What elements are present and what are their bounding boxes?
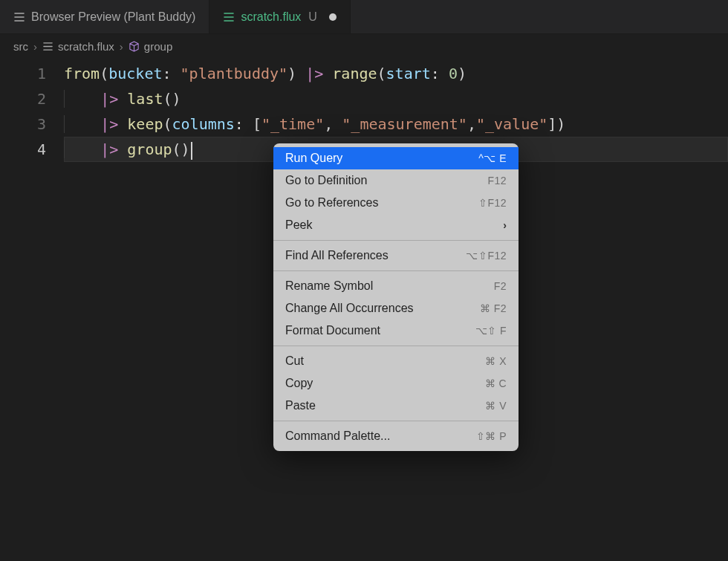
menu-shortcut: ⌥⇧ F bbox=[475, 325, 507, 337]
menu-item-rename-symbol[interactable]: Rename Symbol F2 bbox=[273, 275, 519, 297]
line-gutter: 1 2 3 4 bbox=[0, 61, 64, 162]
menu-item-paste[interactable]: Paste ⌘ V bbox=[273, 395, 519, 417]
menu-separator bbox=[273, 421, 519, 421]
menu-label: Paste bbox=[285, 399, 316, 412]
cube-icon bbox=[129, 41, 140, 52]
menu-item-change-all-occurrences[interactable]: Change All Occurrences ⌘ F2 bbox=[273, 297, 519, 320]
code-line: |> last() bbox=[64, 86, 728, 111]
menu-shortcut: ⌘ V bbox=[485, 400, 507, 412]
list-icon bbox=[42, 41, 53, 52]
menu-shortcut: ⌘ C bbox=[485, 377, 507, 389]
menu-label: Change All Occurrences bbox=[285, 302, 414, 315]
menu-shortcut: F12 bbox=[487, 175, 507, 187]
code-line: from(bucket: "plantbuddy") |> range(star… bbox=[64, 61, 728, 86]
tab-scratch-flux[interactable]: scratch.flux U bbox=[209, 0, 350, 33]
line-number: 3 bbox=[0, 111, 46, 137]
tab-git-status: U bbox=[308, 10, 317, 24]
list-icon bbox=[223, 11, 235, 23]
menu-label: Peek bbox=[285, 218, 312, 232]
crumb-file[interactable]: scratch.flux bbox=[42, 40, 114, 53]
menu-item-format-document[interactable]: Format Document ⌥⇧ F bbox=[273, 320, 519, 342]
menu-shortcut: ⇧⌘ P bbox=[476, 430, 507, 442]
tab-label: scratch.flux bbox=[241, 10, 301, 24]
menu-label: Run Query bbox=[285, 152, 342, 165]
line-number: 2 bbox=[0, 86, 46, 111]
menu-separator bbox=[273, 346, 519, 346]
menu-item-go-to-references[interactable]: Go to References ⇧F12 bbox=[273, 192, 519, 214]
list-icon bbox=[13, 11, 25, 23]
menu-shortcut: F2 bbox=[494, 280, 507, 292]
menu-label: Rename Symbol bbox=[285, 279, 373, 293]
line-number: 1 bbox=[0, 61, 46, 86]
chevron-right-icon: › bbox=[33, 40, 37, 53]
menu-item-run-query[interactable]: Run Query ^⌥ E bbox=[273, 147, 519, 169]
crumb-symbol[interactable]: group bbox=[129, 40, 172, 53]
menu-item-peek[interactable]: Peek › bbox=[273, 214, 519, 236]
crumb-src[interactable]: src bbox=[13, 40, 28, 53]
menu-label: Go to Definition bbox=[285, 174, 367, 187]
menu-label: Find All References bbox=[285, 249, 389, 262]
menu-separator bbox=[273, 270, 519, 271]
chevron-right-icon: › bbox=[503, 219, 507, 231]
breadcrumb: src › scratch.flux › group bbox=[0, 34, 728, 58]
tab-bar: Browser Preview (Plant Buddy) scratch.fl… bbox=[0, 0, 728, 34]
menu-item-cut[interactable]: Cut ⌘ X bbox=[273, 350, 519, 372]
menu-label: Command Palette... bbox=[285, 429, 390, 443]
menu-separator bbox=[273, 240, 519, 241]
menu-shortcut: ⌥⇧F12 bbox=[466, 250, 507, 262]
tab-browser-preview[interactable]: Browser Preview (Plant Buddy) bbox=[0, 0, 209, 33]
text-cursor bbox=[191, 142, 192, 160]
menu-shortcut: ⌘ X bbox=[485, 355, 507, 367]
chevron-right-icon: › bbox=[120, 40, 123, 53]
menu-shortcut: ⇧F12 bbox=[478, 197, 507, 209]
menu-label: Copy bbox=[285, 377, 313, 390]
menu-shortcut: ⌘ F2 bbox=[480, 302, 507, 314]
menu-item-go-to-definition[interactable]: Go to Definition F12 bbox=[273, 169, 519, 192]
line-number: 4 bbox=[0, 137, 46, 162]
menu-label: Cut bbox=[285, 354, 304, 368]
menu-label: Format Document bbox=[285, 324, 380, 337]
menu-item-find-all-references[interactable]: Find All References ⌥⇧F12 bbox=[273, 244, 519, 267]
context-menu: Run Query ^⌥ E Go to Definition F12 Go t… bbox=[273, 143, 519, 451]
menu-item-command-palette[interactable]: Command Palette... ⇧⌘ P bbox=[273, 425, 519, 447]
tab-dirty-indicator[interactable] bbox=[329, 13, 337, 21]
menu-shortcut: ^⌥ E bbox=[478, 152, 507, 164]
menu-label: Go to References bbox=[285, 196, 378, 210]
tab-label: Browser Preview (Plant Buddy) bbox=[31, 10, 195, 24]
menu-item-copy[interactable]: Copy ⌘ C bbox=[273, 372, 519, 395]
code-line: |> keep(columns: ["_time", "_measurement… bbox=[64, 111, 728, 137]
